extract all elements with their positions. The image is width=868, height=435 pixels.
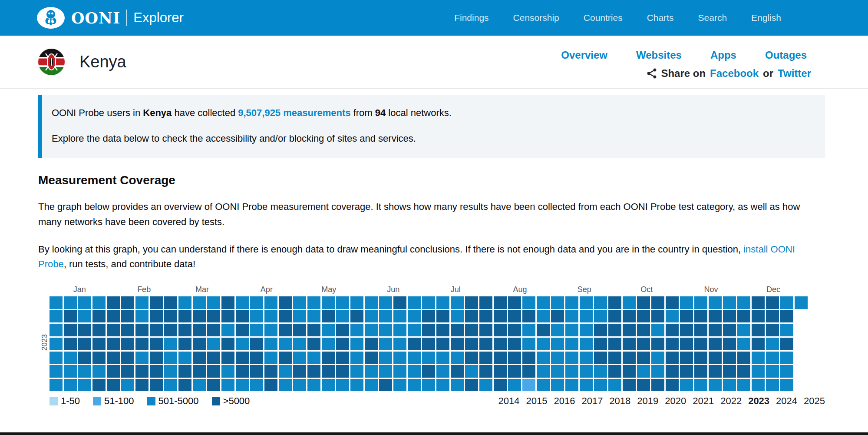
heatmap-day-cell[interactable] <box>393 379 406 392</box>
heatmap-day-cell[interactable] <box>694 324 707 336</box>
heatmap-day-cell[interactable] <box>408 324 421 336</box>
heatmap-day-cell[interactable] <box>207 324 220 336</box>
heatmap-day-cell[interactable] <box>780 379 793 392</box>
heatmap-day-cell[interactable] <box>494 324 507 336</box>
nav-item-censorship[interactable]: Censorship <box>513 13 559 23</box>
heatmap-day-cell[interactable] <box>92 338 106 350</box>
heatmap-day-cell[interactable] <box>150 324 163 336</box>
heatmap-day-cell[interactable] <box>580 324 593 336</box>
heatmap-day-cell[interactable] <box>50 338 63 350</box>
heatmap-day-cell[interactable] <box>193 338 206 350</box>
heatmap-day-cell[interactable] <box>193 310 206 323</box>
heatmap-day-cell[interactable] <box>580 310 593 323</box>
heatmap-day-cell[interactable] <box>608 324 621 336</box>
heatmap-day-cell[interactable] <box>580 338 593 350</box>
heatmap-day-cell[interactable] <box>322 365 335 378</box>
heatmap-day-cell[interactable] <box>121 365 134 378</box>
heatmap-day-cell[interactable] <box>709 296 722 309</box>
heatmap-day-cell[interactable] <box>250 310 263 323</box>
tab-overview[interactable]: Overview <box>561 49 607 61</box>
heatmap-day-cell[interactable] <box>135 296 149 309</box>
heatmap-day-cell[interactable] <box>451 310 464 323</box>
heatmap-day-cell[interactable] <box>322 352 335 364</box>
heatmap-day-cell[interactable] <box>50 352 63 364</box>
heatmap-day-cell[interactable] <box>293 352 306 364</box>
year-option-2020[interactable]: 2020 <box>665 395 686 407</box>
heatmap-day-cell[interactable] <box>350 324 363 336</box>
heatmap-day-cell[interactable] <box>164 338 177 350</box>
heatmap-day-cell[interactable] <box>623 352 636 364</box>
heatmap-day-cell[interactable] <box>164 352 177 364</box>
heatmap-day-cell[interactable] <box>551 310 564 323</box>
heatmap-day-cell[interactable] <box>121 379 134 392</box>
heatmap-day-cell[interactable] <box>694 310 707 323</box>
heatmap-day-cell[interactable] <box>709 352 722 364</box>
heatmap-day-cell[interactable] <box>207 310 220 323</box>
heatmap-day-cell[interactable] <box>350 379 363 392</box>
heatmap-day-cell[interactable] <box>651 310 664 323</box>
heatmap-day-cell[interactable] <box>709 379 722 392</box>
heatmap-day-cell[interactable] <box>508 338 521 350</box>
heatmap-day-cell[interactable] <box>221 352 234 364</box>
heatmap-day-cell[interactable] <box>150 379 163 392</box>
heatmap-day-cell[interactable] <box>508 379 521 392</box>
heatmap-day-cell[interactable] <box>135 310 149 323</box>
heatmap-day-cell[interactable] <box>279 352 292 364</box>
heatmap-day-cell[interactable] <box>408 296 421 309</box>
heatmap-day-cell[interactable] <box>451 296 464 309</box>
heatmap-day-cell[interactable] <box>737 296 750 309</box>
share-twitter-link[interactable]: Twitter <box>778 67 811 80</box>
heatmap-day-cell[interactable] <box>307 296 320 309</box>
heatmap-day-cell[interactable] <box>92 324 106 336</box>
heatmap-day-cell[interactable] <box>135 338 149 350</box>
heatmap-day-cell[interactable] <box>451 379 464 392</box>
heatmap-day-cell[interactable] <box>236 296 249 309</box>
heatmap-day-cell[interactable] <box>709 324 722 336</box>
heatmap-day-cell[interactable] <box>766 338 779 350</box>
heatmap-day-cell[interactable] <box>178 310 191 323</box>
heatmap-day-cell[interactable] <box>608 338 621 350</box>
heatmap-day-cell[interactable] <box>723 324 736 336</box>
heatmap-day-cell[interactable] <box>50 324 63 336</box>
heatmap-day-cell[interactable] <box>479 365 492 378</box>
heatmap-day-cell[interactable] <box>651 338 664 350</box>
heatmap-day-cell[interactable] <box>336 338 349 350</box>
heatmap-day-cell[interactable] <box>465 296 478 309</box>
heatmap-day-cell[interactable] <box>365 324 378 336</box>
heatmap-day-cell[interactable] <box>264 379 277 392</box>
heatmap-day-cell[interactable] <box>766 352 779 364</box>
heatmap-day-cell[interactable] <box>795 296 808 309</box>
heatmap-day-cell[interactable] <box>666 296 679 309</box>
heatmap-day-cell[interactable] <box>594 296 607 309</box>
heatmap-day-cell[interactable] <box>379 324 392 336</box>
heatmap-day-cell[interactable] <box>737 324 750 336</box>
heatmap-day-cell[interactable] <box>752 338 765 350</box>
heatmap-day-cell[interactable] <box>637 310 650 323</box>
heatmap-day-cell[interactable] <box>250 338 263 350</box>
heatmap-day-cell[interactable] <box>479 310 492 323</box>
heatmap-day-cell[interactable] <box>737 352 750 364</box>
heatmap-day-cell[interactable] <box>494 365 507 378</box>
heatmap-day-cell[interactable] <box>551 324 564 336</box>
heatmap-day-cell[interactable] <box>365 365 378 378</box>
heatmap-day-cell[interactable] <box>236 379 249 392</box>
heatmap-day-cell[interactable] <box>193 352 206 364</box>
heatmap-day-cell[interactable] <box>637 379 650 392</box>
heatmap-day-cell[interactable] <box>264 324 277 336</box>
heatmap-day-cell[interactable] <box>207 296 220 309</box>
heatmap-day-cell[interactable] <box>121 310 134 323</box>
heatmap-day-cell[interactable] <box>594 365 607 378</box>
heatmap-day-cell[interactable] <box>780 324 793 336</box>
heatmap-day-cell[interactable] <box>50 379 63 392</box>
heatmap-day-cell[interactable] <box>723 365 736 378</box>
heatmap-day-cell[interactable] <box>350 310 363 323</box>
heatmap-day-cell[interactable] <box>551 352 564 364</box>
heatmap-day-cell[interactable] <box>408 338 421 350</box>
heatmap-day-cell[interactable] <box>680 338 693 350</box>
heatmap-day-cell[interactable] <box>451 352 464 364</box>
nav-item-findings[interactable]: Findings <box>454 13 488 23</box>
heatmap-day-cell[interactable] <box>50 296 63 309</box>
heatmap-day-cell[interactable] <box>608 365 621 378</box>
heatmap-day-cell[interactable] <box>78 296 91 309</box>
heatmap-day-cell[interactable] <box>379 310 392 323</box>
